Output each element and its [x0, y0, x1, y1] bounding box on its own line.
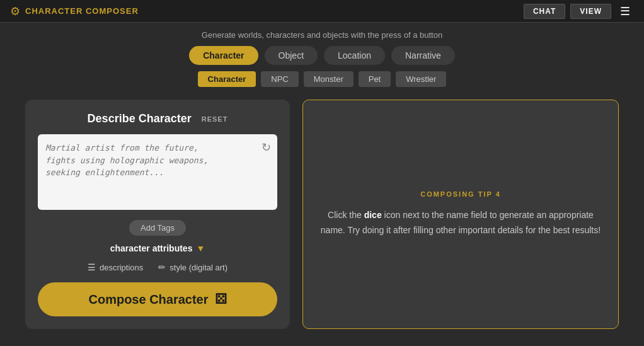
tip-panel: COMPOSING TIP 4 Click the dice icon next…	[302, 100, 619, 329]
subtab-pet[interactable]: Pet	[359, 71, 391, 87]
descriptions-icon: ☰	[88, 262, 96, 272]
compose-character-button[interactable]: Compose Character ⚄	[38, 282, 277, 316]
header-actions: CHAT VIEW ☰	[524, 2, 634, 21]
tip-text: Click the dice icon next to the name fie…	[318, 208, 603, 238]
attributes-label: character attributes	[110, 243, 193, 253]
menu-button[interactable]: ☰	[616, 2, 634, 21]
style-row: ☰ descriptions ✏ style (digital art)	[38, 262, 277, 272]
chevron-down-icon: ▼	[196, 243, 205, 253]
add-tags-button[interactable]: Add Tags	[129, 220, 186, 236]
left-panel: Describe Character RESET ↻ Add Tags char…	[25, 100, 290, 329]
compose-btn-label: Compose Character	[88, 292, 208, 307]
view-button[interactable]: VIEW	[570, 4, 611, 19]
sub-tabs-row: Character NPC Monster Pet Wrestler	[0, 71, 644, 87]
describe-title: Describe Character	[88, 112, 192, 125]
describe-textarea[interactable]	[38, 134, 277, 210]
app-subtitle: Generate worlds, characters and objects …	[0, 23, 644, 46]
tab-object[interactable]: Object	[265, 46, 318, 65]
tip-title: COMPOSING TIP 4	[420, 190, 501, 198]
chat-button[interactable]: CHAT	[524, 4, 565, 19]
subtab-character[interactable]: Character	[198, 71, 256, 87]
logo-icon: ⚙	[10, 4, 20, 18]
describe-header: Describe Character RESET	[38, 112, 277, 125]
descriptions-label: descriptions	[100, 263, 143, 272]
subtab-wrestler[interactable]: Wrestler	[396, 71, 446, 87]
describe-textarea-wrapper: ↻	[38, 134, 277, 212]
logo-text: CHARACTER COMPOSER	[25, 6, 139, 16]
dice-icon: ⚄	[215, 291, 227, 308]
digital-art-icon: ✏	[158, 262, 166, 272]
main-content: Describe Character RESET ↻ Add Tags char…	[0, 100, 644, 329]
descriptions-option[interactable]: ☰ descriptions	[88, 262, 143, 272]
category-tabs-row: Character Object Location Narrative	[0, 46, 644, 65]
tab-narrative[interactable]: Narrative	[391, 46, 455, 65]
tab-character[interactable]: Character	[189, 46, 258, 65]
digital-art-option[interactable]: ✏ style (digital art)	[158, 262, 227, 272]
digital-art-label: style (digital art)	[170, 263, 227, 272]
reset-button[interactable]: RESET	[202, 115, 228, 123]
tab-location[interactable]: Location	[324, 46, 385, 65]
subtab-monster[interactable]: Monster	[304, 71, 354, 87]
character-attributes-toggle[interactable]: character attributes ▼	[38, 243, 277, 253]
logo: ⚙ CHARACTER COMPOSER	[10, 4, 139, 18]
tip-text-part1: Click the	[328, 210, 364, 220]
subtab-npc[interactable]: NPC	[261, 71, 298, 87]
tip-bold: dice	[364, 210, 382, 220]
refresh-textarea-button[interactable]: ↻	[262, 141, 271, 154]
app-header: ⚙ CHARACTER COMPOSER CHAT VIEW ☰	[0, 0, 644, 23]
